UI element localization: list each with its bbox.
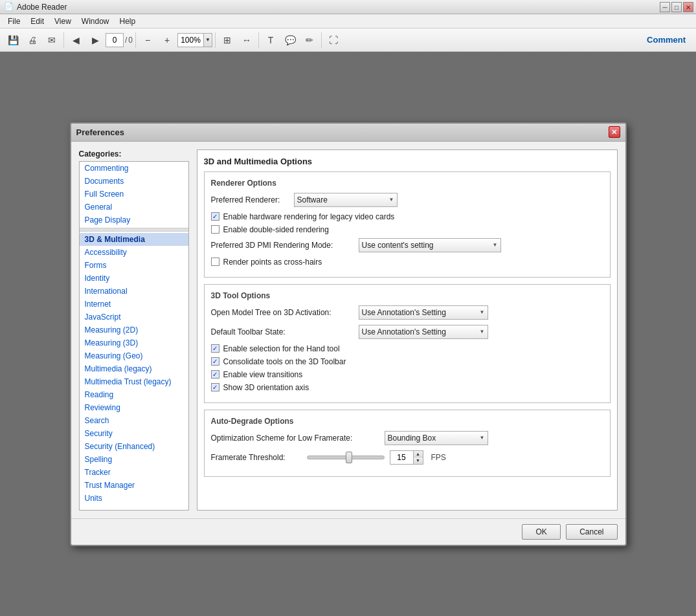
cat-reviewing[interactable]: Reviewing xyxy=(80,401,188,414)
framerate-up-arrow[interactable]: ▲ xyxy=(414,451,423,457)
email-button[interactable]: ✉ xyxy=(43,31,61,49)
markup-button[interactable]: ✏ xyxy=(300,31,319,49)
cancel-button[interactable]: Cancel xyxy=(566,524,617,540)
orientation-axis-checkbox[interactable] xyxy=(211,383,219,391)
model-tree-dropdown[interactable]: Use Annotation's Setting ▼ xyxy=(359,305,488,320)
app-window: 📄 Adobe Reader ─ □ ✕ File Edit View Wind… xyxy=(0,0,696,616)
hand-tool-row: Enable selection for the Hand tool xyxy=(211,344,603,353)
optimization-label: Optimization Scheme for Low Framerate: xyxy=(211,434,379,443)
categories-label: Categories: xyxy=(79,149,189,159)
page-control: / 0 xyxy=(106,33,133,47)
render-crosshairs-row: Render points as cross-hairs xyxy=(211,258,603,267)
preferred-renderer-label: Preferred Renderer: xyxy=(211,195,289,204)
fit-width-button[interactable]: ↔ xyxy=(238,31,256,49)
minimize-button[interactable]: ─ xyxy=(660,2,670,12)
dialog-close-button[interactable]: ✕ xyxy=(609,126,620,138)
menu-edit[interactable]: Edit xyxy=(25,16,49,27)
cat-general[interactable]: General xyxy=(80,201,188,214)
cat-tracker[interactable]: Tracker xyxy=(80,466,188,479)
cat-documents[interactable]: Documents xyxy=(80,175,188,188)
fit-page-button[interactable]: ⊞ xyxy=(218,31,236,49)
cat-full-screen[interactable]: Full Screen xyxy=(80,188,188,201)
content-title: 3D and Multimedia Options xyxy=(204,157,611,166)
menu-help[interactable]: Help xyxy=(115,16,141,27)
cat-spelling[interactable]: Spelling xyxy=(80,453,188,466)
comment-button[interactable]: Comment xyxy=(640,32,692,47)
next-page-button[interactable]: ▶ xyxy=(86,31,104,49)
note-button[interactable]: 💬 xyxy=(281,31,299,49)
cat-internet[interactable]: Internet xyxy=(80,298,188,311)
cat-measuring-3d[interactable]: Measuring (3D) xyxy=(80,336,188,349)
page-input[interactable] xyxy=(106,33,124,47)
pmi-mode-dropdown[interactable]: Use content's setting ▼ xyxy=(359,238,501,252)
cat-accessibility[interactable]: Accessibility xyxy=(80,246,188,259)
save-button[interactable]: 💾 xyxy=(4,31,22,49)
print-button[interactable]: 🖨 xyxy=(23,31,41,49)
optimization-dropdown[interactable]: Bounding Box ▼ xyxy=(385,431,488,445)
hand-tool-checkbox[interactable] xyxy=(211,344,219,353)
cat-identity[interactable]: Identity xyxy=(80,272,188,285)
toolbar-state-label: Default Toolbar State: xyxy=(211,327,354,336)
cat-page-display[interactable]: Page Display xyxy=(80,214,188,226)
framerate-input-ctrl: ▲ ▼ xyxy=(390,450,423,465)
render-crosshairs-checkbox[interactable] xyxy=(211,258,219,266)
zoom-input[interactable] xyxy=(177,33,203,47)
toolbar-state-dropdown[interactable]: Use Annotation's Setting ▼ xyxy=(359,325,488,339)
preferred-renderer-dropdown[interactable]: Software ▼ xyxy=(294,193,398,207)
cat-units[interactable]: Units xyxy=(80,492,188,505)
preferences-dialog: Preferences ✕ Categories: Commenting Doc… xyxy=(70,122,627,546)
zoom-out-button[interactable]: − xyxy=(139,31,157,49)
framerate-label: Framerate Threshold: xyxy=(211,453,302,462)
consolidate-checkbox[interactable] xyxy=(211,357,219,366)
model-tree-arrow: ▼ xyxy=(480,309,485,315)
framerate-slider[interactable] xyxy=(307,456,385,459)
categories-list[interactable]: Commenting Documents Full Screen General… xyxy=(79,161,189,511)
cat-javascript[interactable]: JavaScript xyxy=(80,311,188,324)
prev-page-button[interactable]: ◀ xyxy=(67,31,85,49)
slider-thumb[interactable] xyxy=(346,452,352,463)
zoom-dropdown-arrow[interactable]: ▼ xyxy=(203,33,212,47)
menu-file[interactable]: File xyxy=(3,16,25,27)
cat-reading[interactable]: Reading xyxy=(80,388,188,401)
tool-section-title: 3D Tool Options xyxy=(211,291,603,300)
toolbar-separator-1 xyxy=(63,32,64,48)
fps-label: FPS xyxy=(431,453,446,462)
cat-commenting[interactable]: Commenting xyxy=(80,162,188,175)
cat-measuring-2d[interactable]: Measuring (2D) xyxy=(80,324,188,336)
framerate-input[interactable] xyxy=(390,450,413,465)
optimization-arrow: ▼ xyxy=(480,435,485,441)
hand-tool-label: Enable selection for the Hand tool xyxy=(223,344,340,353)
double-sided-checkbox[interactable] xyxy=(211,225,219,234)
cat-international[interactable]: International xyxy=(80,285,188,298)
ok-button[interactable]: OK xyxy=(522,524,561,540)
cat-multimedia-trust[interactable]: Multimedia Trust (legacy) xyxy=(80,375,188,388)
cat-3d-multimedia[interactable]: 3D & Multimedia xyxy=(80,233,188,246)
cat-security-enhanced[interactable]: Security (Enhanced) xyxy=(80,440,188,453)
framerate-slider-container: ▲ ▼ FPS xyxy=(307,450,446,465)
renderer-section-title: Renderer Options xyxy=(211,179,603,188)
zoom-in-button[interactable]: + xyxy=(158,31,176,49)
categories-panel: Categories: Commenting Documents Full Sc… xyxy=(79,149,189,511)
autodegrade-section: Auto-Degrade Options Optimization Scheme… xyxy=(204,410,611,477)
cat-measuring-geo[interactable]: Measuring (Geo) xyxy=(80,349,188,362)
menu-window[interactable]: Window xyxy=(76,16,115,27)
close-button[interactable]: ✕ xyxy=(683,2,693,12)
model-tree-value: Use Annotation's Setting xyxy=(362,308,477,317)
cat-search[interactable]: Search xyxy=(80,414,188,427)
app-icon: 📄 xyxy=(4,2,14,12)
toolbar-separator-4 xyxy=(258,32,259,48)
view-transitions-label: Enable view transitions xyxy=(223,370,303,379)
cat-trust-manager[interactable]: Trust Manager xyxy=(80,479,188,492)
hw-rendering-checkbox[interactable] xyxy=(211,212,219,221)
cat-security[interactable]: Security xyxy=(80,427,188,440)
view-transitions-checkbox[interactable] xyxy=(211,370,219,379)
toolbar-state-arrow: ▼ xyxy=(480,329,485,335)
menu-view[interactable]: View xyxy=(49,16,76,27)
cat-forms[interactable]: Forms xyxy=(80,259,188,272)
cat-multimedia-legacy[interactable]: Multimedia (legacy) xyxy=(80,362,188,375)
fullscreen-button[interactable]: ⛶ xyxy=(324,31,342,49)
orientation-axis-row: Show 3D orientation axis xyxy=(211,383,603,392)
maximize-button[interactable]: □ xyxy=(671,2,682,12)
framerate-down-arrow[interactable]: ▼ xyxy=(414,457,423,464)
text-select-button[interactable]: T xyxy=(262,31,280,49)
